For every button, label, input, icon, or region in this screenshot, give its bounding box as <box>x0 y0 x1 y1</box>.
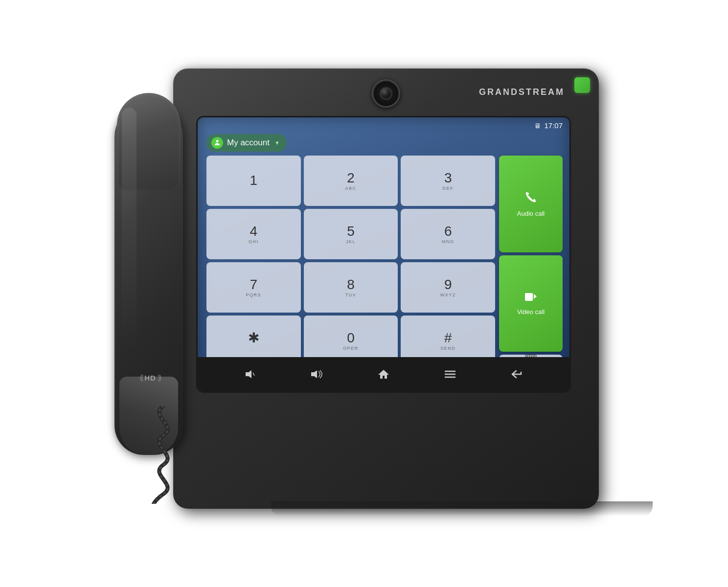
phone-base <box>271 501 653 516</box>
dial-key-9[interactable]: 9 WXYZ <box>401 262 495 313</box>
handset: (( HD )) <box>110 93 205 465</box>
camera-lens <box>380 87 392 100</box>
call-buttons: Audio call Video call <box>499 156 563 366</box>
svg-rect-0 <box>525 293 533 301</box>
audio-call-button[interactable]: Audio call <box>499 156 563 252</box>
svg-line-13 <box>253 373 254 376</box>
camera-outer <box>372 79 400 108</box>
brand-name: GRANDSTREAM <box>479 87 565 97</box>
phone-body: GRANDSTREAM 🖥 17:07 My <box>173 68 599 509</box>
dial-key-3[interactable]: 3 DEF <box>401 156 495 206</box>
account-icon <box>211 137 223 149</box>
video-call-label: Video call <box>517 308 545 316</box>
dial-key-2[interactable]: 2 ABC <box>304 156 398 206</box>
dial-key-4[interactable]: 4 GHI <box>206 209 301 259</box>
svg-marker-1 <box>534 294 537 299</box>
hd-waves-right: )) <box>158 374 160 382</box>
handset-cord <box>144 406 183 504</box>
camera-area <box>372 79 400 108</box>
led-indicator <box>574 77 590 93</box>
volume-up-button[interactable] <box>302 362 332 386</box>
menu-button[interactable] <box>435 362 465 386</box>
account-bar[interactable]: My account ▼ <box>206 134 287 152</box>
volume-down-button[interactable] <box>236 362 265 386</box>
phone-screen[interactable]: 🖥 17:07 My account ▼ 1 <box>198 117 569 391</box>
monitor-icon: 🖥 <box>534 122 541 130</box>
status-time: 17:07 <box>544 121 563 130</box>
svg-marker-12 <box>246 370 251 378</box>
audio-call-icon <box>524 190 538 207</box>
dial-key-8[interactable]: 8 TUV <box>304 262 398 313</box>
dial-key-6[interactable]: 6 MNO <box>401 209 495 259</box>
svg-marker-15 <box>378 370 389 379</box>
hd-label: HD <box>144 374 156 382</box>
status-bar: 🖥 17:07 <box>534 121 563 130</box>
audio-call-label: Audio call <box>517 210 545 217</box>
handset-highlight <box>122 108 136 352</box>
dialpad-grid: 1 2 ABC 3 DEF 4 GHI <box>206 156 495 366</box>
account-name: My account <box>227 138 270 148</box>
svg-marker-14 <box>311 370 317 378</box>
home-button[interactable] <box>369 362 398 386</box>
dial-key-7[interactable]: 7 PQRS <box>206 262 301 313</box>
hd-badge: (( HD )) <box>123 369 177 386</box>
dialpad-area: 1 2 ABC 3 DEF 4 GHI <box>206 156 495 366</box>
dial-key-5[interactable]: 5 JKL <box>304 209 398 259</box>
video-call-icon <box>524 292 538 305</box>
phone-device: (( HD )) GRANDSTREAM <box>95 68 633 519</box>
dropdown-arrow-icon[interactable]: ▼ <box>274 140 280 146</box>
screen-nav-bar <box>198 357 569 391</box>
back-button[interactable] <box>502 362 531 386</box>
hd-waves-left: (( <box>140 374 142 382</box>
video-call-button[interactable]: Video call <box>499 255 563 352</box>
dial-key-1[interactable]: 1 <box>206 156 301 206</box>
